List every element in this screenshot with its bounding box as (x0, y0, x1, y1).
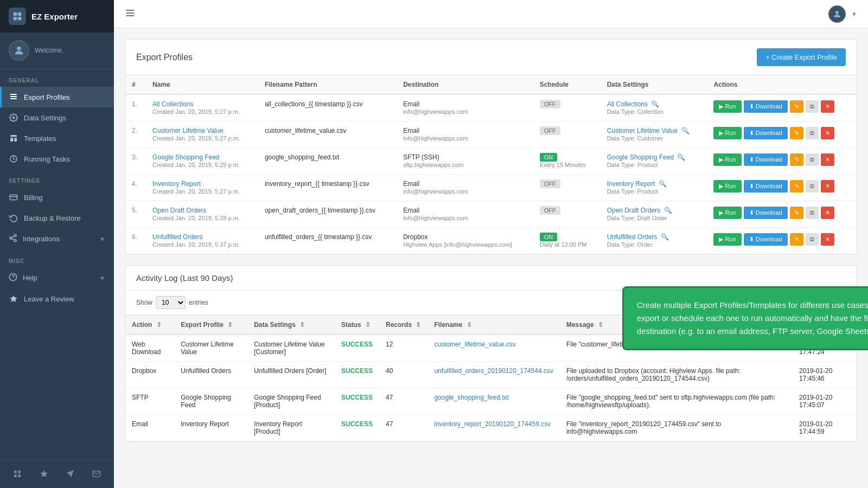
activity-records: 47 (379, 415, 427, 441)
run-button[interactable]: ▶ Run (713, 233, 741, 246)
search-data-icon[interactable]: 🔍 (661, 233, 669, 241)
edit-button[interactable]: ✎ (790, 100, 803, 113)
svg-rect-5 (10, 94, 17, 95)
download-button[interactable]: ⬇ Download (744, 233, 788, 246)
create-export-profile-button[interactable]: + Create Export Profile (757, 48, 846, 66)
edit-button[interactable]: ✎ (790, 127, 803, 139)
delete-button[interactable]: ✕ (821, 153, 834, 166)
data-settings-link[interactable]: All Collections (607, 100, 648, 108)
sidebar-item-leave-review[interactable]: Leave a Review (0, 288, 114, 309)
activity-col-status[interactable]: Status ⇕ (335, 316, 379, 335)
bottom-mail-icon[interactable] (89, 466, 104, 481)
download-button[interactable]: ⬇ Download (744, 180, 788, 192)
search-data-icon[interactable]: 🔍 (651, 100, 659, 108)
sidebar-item-running-tasks[interactable]: Running Tasks (0, 149, 114, 169)
topbar-dropdown-arrow[interactable]: ▼ (851, 11, 857, 17)
download-button[interactable]: ⬇ Download (744, 127, 788, 139)
sidebar-item-help[interactable]: Help ▼ (0, 267, 114, 288)
copy-button[interactable]: ⧉ (806, 180, 819, 192)
sidebar-item-templates[interactable]: Templates (0, 128, 114, 149)
delete-button[interactable]: ✕ (821, 180, 834, 192)
delete-button[interactable]: ✕ (821, 207, 834, 219)
activity-timestamp: 2019-01-20 17:44:59 (793, 415, 857, 441)
sidebar-item-data-settings[interactable]: Data Settings (0, 107, 114, 128)
filename-link[interactable]: inventory_report_20190120_174459.csv (434, 420, 551, 428)
activity-col-export-profile[interactable]: Export Profile ⇕ (174, 316, 247, 335)
profile-name-link[interactable]: All Collections (152, 100, 193, 108)
hamburger-menu[interactable] (125, 8, 136, 20)
activity-col-action[interactable]: Action ⇕ (125, 316, 174, 335)
data-settings-link[interactable]: Google Shopping Feed (607, 153, 674, 161)
copy-button[interactable]: ⧉ (806, 233, 819, 246)
profile-name-link[interactable]: Open Draft Orders (152, 207, 206, 214)
schedule-badge: ON (540, 153, 558, 162)
edit-button[interactable]: ✎ (790, 153, 803, 166)
sidebar-item-integrations[interactable]: Integrations ▼ (0, 228, 114, 249)
filename-link[interactable]: unfulfilled_orders_20190120_174544.csv (434, 367, 553, 375)
data-settings-link[interactable]: Customer Lifetime Value (607, 127, 678, 134)
search-data-icon[interactable]: 🔍 (677, 153, 685, 161)
activity-col-filename[interactable]: Filename ⇕ (427, 316, 560, 335)
entries-select[interactable]: 10 25 50 100 (156, 296, 186, 309)
bottom-send-icon[interactable] (62, 466, 78, 481)
tooltip-text: Create multiple Export Profiles/Template… (637, 300, 868, 336)
row-schedule: OFF (533, 175, 601, 201)
run-button[interactable]: ▶ Run (713, 180, 741, 192)
search-data-icon[interactable]: 🔍 (664, 207, 672, 214)
activity-message: File "google_shopping_feed.txt" sent to … (560, 388, 793, 415)
svg-point-17 (14, 240, 16, 242)
profile-name-link[interactable]: Google Shopping Feed (152, 153, 219, 161)
search-data-icon[interactable]: 🔍 (681, 127, 690, 134)
activity-controls: Show 10 25 50 100 entries Create multipl… (125, 291, 857, 315)
profile-name-link[interactable]: Unfulfilled Orders (152, 233, 203, 241)
sidebar-label-templates: Templates (24, 134, 56, 143)
show-label: Show (136, 299, 152, 306)
filename-link[interactable]: google_shopping_feed.txt (434, 394, 508, 401)
run-button[interactable]: ▶ Run (713, 100, 741, 113)
app-title: EZ Exporter (31, 12, 78, 21)
col-header-destination: Destination (397, 75, 533, 94)
copy-button[interactable]: ⧉ (806, 127, 819, 139)
main-area: ▼ Export Profiles + Create Export Profil… (114, 0, 868, 488)
sidebar-item-export-profiles[interactable]: Export Profiles (0, 87, 114, 107)
profile-created-date: Created Jan. 20, 2019, 5:27 p.m. (152, 108, 240, 115)
copy-button[interactable]: ⧉ (806, 100, 819, 113)
delete-button[interactable]: ✕ (821, 127, 834, 139)
sidebar-item-backup-restore[interactable]: Backup & Restore (0, 208, 114, 228)
edit-button[interactable]: ✎ (790, 233, 803, 246)
data-settings-link[interactable]: Inventory Report (607, 180, 655, 188)
bottom-star-icon[interactable] (36, 466, 52, 481)
run-button[interactable]: ▶ Run (713, 207, 741, 219)
activity-message: File uploaded to Dropbox (account: Highv… (560, 362, 793, 388)
download-button[interactable]: ⬇ Download (744, 100, 788, 113)
run-button[interactable]: ▶ Run (713, 153, 741, 166)
sort-filename-icon: ⇕ (467, 321, 472, 329)
activity-filename: customer_lifetime_value.csv (427, 335, 560, 362)
sidebar-item-billing[interactable]: Billing (0, 187, 114, 208)
activity-col-data-settings[interactable]: Data Settings ⇕ (247, 316, 335, 335)
activity-records: 40 (379, 362, 427, 388)
bottom-grid-icon[interactable] (10, 466, 25, 481)
copy-button[interactable]: ⧉ (806, 207, 819, 219)
delete-button[interactable]: ✕ (821, 233, 834, 246)
row-actions: ▶ Run ⬇ Download ✎ ⧉ ✕ (707, 175, 857, 201)
topbar-avatar[interactable] (828, 5, 846, 23)
profile-name-link[interactable]: Inventory Report (152, 180, 201, 188)
search-data-icon[interactable]: 🔍 (659, 180, 667, 188)
filename-link[interactable]: customer_lifetime_value.csv (434, 341, 516, 348)
run-button[interactable]: ▶ Run (713, 127, 741, 139)
row-destination: Dropbox Highview Apps [info@highviewapps… (397, 228, 533, 254)
download-button[interactable]: ⬇ Download (744, 207, 788, 219)
edit-button[interactable]: ✎ (790, 180, 803, 192)
activity-col-records[interactable]: Records ⇕ (379, 316, 427, 335)
delete-button[interactable]: ✕ (821, 100, 834, 113)
data-settings-link[interactable]: Unfulfilled Orders (607, 233, 658, 241)
data-settings-link[interactable]: Open Draft Orders (607, 207, 661, 214)
edit-button[interactable]: ✎ (790, 207, 803, 219)
download-button[interactable]: ⬇ Download (744, 153, 788, 166)
row-num: 2. (125, 121, 146, 148)
copy-button[interactable]: ⧉ (806, 153, 819, 166)
row-data-settings: Open Draft Orders 🔍 Data Type: Draft Ord… (601, 201, 707, 228)
svg-rect-7 (10, 98, 17, 99)
profile-name-link[interactable]: Customer Lifetime Value (152, 127, 224, 134)
